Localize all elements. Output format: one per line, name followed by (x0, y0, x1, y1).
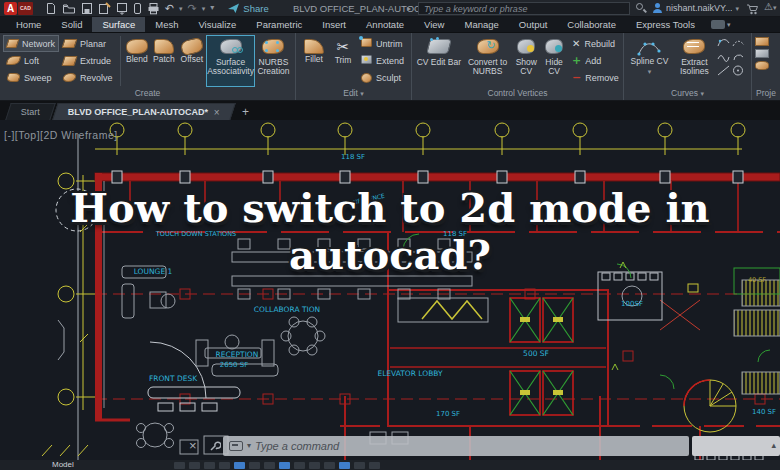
redo-icon[interactable]: ↷ (188, 2, 197, 15)
tab-surface[interactable]: Surface (92, 17, 145, 32)
ribbon-options-button[interactable]: ▾ (705, 17, 737, 32)
tab-output[interactable]: Output (509, 17, 558, 32)
project-geometry-icon[interactable] (755, 37, 769, 46)
spline-cv-button[interactable]: Spline CV▾ (627, 35, 672, 87)
curve-tool-icon[interactable] (732, 37, 745, 48)
undo-caret-icon[interactable]: ▾ (179, 5, 183, 12)
tab-visualize[interactable]: Visualize (188, 17, 246, 32)
statusbar-toggle-icon[interactable] (279, 462, 290, 469)
tab-collaborate[interactable]: Collaborate (557, 17, 626, 32)
command-line-bar[interactable]: ▾ (223, 436, 689, 456)
statusbar-toggle-icon[interactable] (339, 462, 350, 469)
hide-cv-button[interactable]: Hide CV (540, 35, 568, 87)
help-search-input[interactable] (418, 2, 630, 15)
command-history-caret-icon[interactable]: ▾ (247, 442, 251, 450)
project-geometry-icon[interactable] (755, 49, 769, 58)
new-tab-button[interactable]: + (235, 103, 256, 120)
statusbar-toggle-icon[interactable] (249, 462, 260, 469)
statusbar-toggle-icon[interactable] (219, 462, 230, 469)
fillet-button[interactable]: Fillet (299, 35, 329, 87)
statusbar-toggle-icon[interactable] (204, 462, 215, 469)
curve-tool-icon[interactable] (717, 37, 730, 48)
user-caret-icon[interactable]: ▾ (735, 5, 739, 12)
search-icon[interactable] (636, 3, 647, 14)
save-icon[interactable] (81, 2, 93, 15)
extract-isolines-button[interactable]: Extract Isolines (672, 35, 717, 87)
model-tab-label[interactable]: Model (52, 460, 74, 470)
tab-manage[interactable]: Manage (454, 17, 508, 32)
open-folder-icon[interactable] (62, 2, 76, 15)
patch-button[interactable]: Patch (150, 35, 177, 87)
close-tab-icon[interactable]: × (214, 107, 220, 118)
extrude-button[interactable]: Extrude (59, 52, 117, 69)
command-line-extension[interactable]: ▴ (692, 436, 780, 456)
trim-button[interactable]: ✂Trim (329, 35, 357, 87)
tab-home[interactable]: Home (6, 17, 51, 32)
commandline-customize-icon[interactable] (208, 439, 221, 452)
viewport-controls[interactable]: [-][Top][2D Wireframe] (4, 129, 118, 141)
save-as-icon[interactable] (98, 2, 111, 15)
qat-customize-icon[interactable]: ▾ (210, 4, 214, 12)
notifications-icon[interactable]: ⚠▾ (764, 1, 776, 12)
offset-button[interactable]: Offset (177, 35, 206, 87)
planar-button[interactable]: Planar (59, 35, 117, 52)
panel-label-curves[interactable]: Curves ▾ (624, 87, 751, 100)
store-cart-icon[interactable] (746, 3, 759, 15)
tab-insert[interactable]: Insert (312, 17, 356, 32)
tab-mesh[interactable]: Mesh (145, 17, 188, 32)
show-cv-button[interactable]: Show CV (512, 35, 540, 87)
tab-express-tools[interactable]: Express Tools (626, 17, 705, 32)
statusbar-toggle-icon[interactable] (309, 462, 320, 469)
tab-start[interactable]: Start (5, 103, 56, 120)
sweep-button[interactable]: Sweep (3, 69, 59, 86)
extend-button[interactable]: Extend (357, 52, 407, 69)
tab-document[interactable]: BLVD OFFICE_PLAN-AUTOCAD* × (52, 103, 236, 120)
tab-solid[interactable]: Solid (51, 17, 92, 32)
statusbar-toggle-icon[interactable] (354, 462, 365, 469)
undo-icon[interactable]: ↶ (165, 2, 174, 15)
nurbs-creation-button[interactable]: NURBS Creation (255, 35, 292, 87)
statusbar-toggle-icon[interactable] (174, 462, 185, 469)
cv-edit-bar-button[interactable]: CV Edit Bar (415, 35, 463, 87)
panel-label-edit[interactable]: Edit ▾ (296, 87, 411, 100)
share-button[interactable]: Share (228, 3, 268, 14)
loft-button[interactable]: Loft (3, 52, 59, 69)
new-file-icon[interactable] (45, 2, 57, 15)
search-flyout-icon[interactable]: ▸ (407, 4, 411, 13)
commandline-close-icon[interactable]: × (189, 438, 197, 453)
statusbar-toggle-icon[interactable] (324, 462, 335, 469)
user-icon[interactable] (652, 2, 663, 14)
drawing-canvas[interactable]: 118 SFTOUCH DOWN STATIONSCONFERENCE118 S… (0, 120, 780, 460)
surface-associativity-button[interactable]: Surface Associativity (206, 35, 255, 87)
statusbar-toggle-icon[interactable] (369, 462, 380, 469)
tab-parametric[interactable]: Parametric (246, 17, 312, 32)
statusbar-toggle-icon[interactable] (294, 462, 305, 469)
username-label[interactable]: nishant.naikVY... (666, 3, 732, 13)
convert-to-nurbs-button[interactable]: ↻ Convert to NURBS (463, 35, 513, 87)
curve-tool-icon[interactable] (732, 65, 745, 76)
publish-icon[interactable] (116, 2, 128, 15)
redo-caret-icon[interactable]: ▾ (202, 5, 206, 12)
command-scroll-up-icon[interactable]: ▴ (771, 440, 776, 450)
blend-button[interactable]: Blend (123, 35, 150, 87)
tab-view[interactable]: View (414, 17, 454, 32)
statusbar-toggle-icon[interactable] (189, 462, 200, 469)
untrim-button[interactable]: Untrim (357, 35, 407, 52)
project-geometry-icon[interactable] (755, 61, 769, 70)
curve-tool-icon[interactable] (717, 65, 730, 76)
statusbar-toggle-icon[interactable] (234, 462, 245, 469)
autocad-logo[interactable]: A CAD (4, 2, 33, 15)
remove-button[interactable]: −Remove (568, 69, 620, 86)
curve-tool-icon[interactable] (732, 51, 745, 62)
add-button[interactable]: +Add (568, 52, 620, 69)
mobile-device-icon[interactable] (133, 2, 142, 15)
revolve-button[interactable]: Revolve (59, 69, 117, 86)
network-button[interactable]: Network (3, 35, 59, 52)
print-icon[interactable] (147, 2, 160, 15)
statusbar-toggle-icon[interactable] (264, 462, 275, 469)
rebuild-button[interactable]: ✕Rebuild (568, 35, 620, 52)
sculpt-button[interactable]: Sculpt (357, 69, 407, 86)
curve-tool-icon[interactable] (717, 51, 730, 62)
tab-annotate[interactable]: Annotate (356, 17, 414, 32)
command-input[interactable] (255, 440, 683, 452)
